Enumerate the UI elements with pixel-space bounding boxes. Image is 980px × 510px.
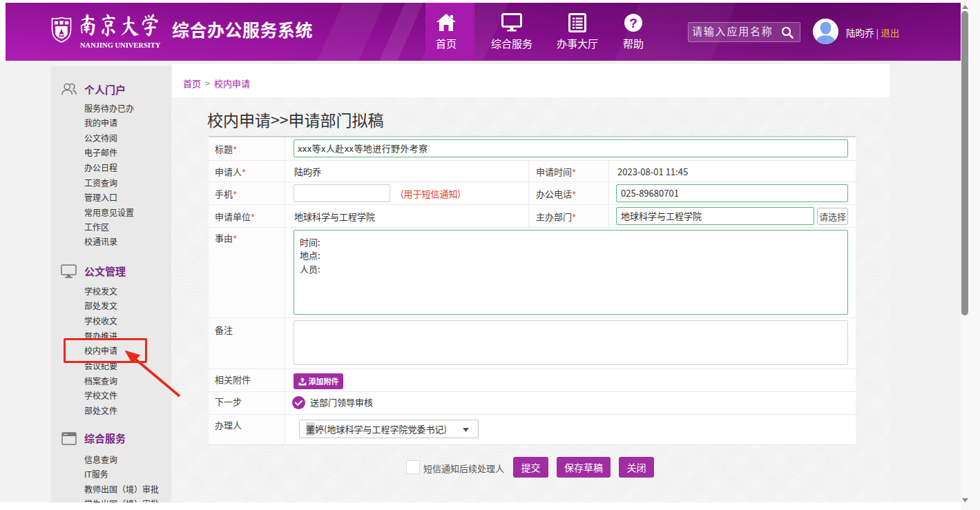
svg-text:?: ?: [629, 16, 637, 30]
